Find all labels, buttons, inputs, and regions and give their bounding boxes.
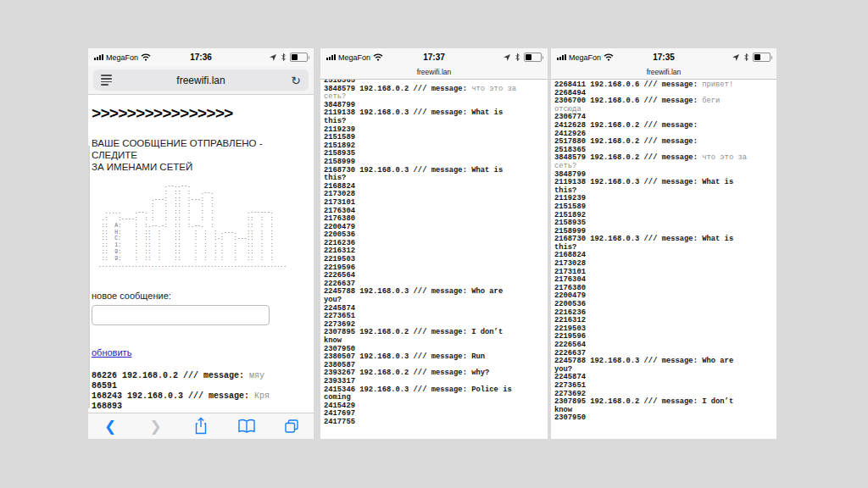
tabs-icon <box>283 418 300 435</box>
log-message-text: мяу <box>249 371 264 380</box>
log-message-text: что это за сеть? <box>554 153 751 170</box>
ascii-city-art: .--..--. : :: : .--. .---: :: :---: : : … <box>92 183 310 269</box>
status-bar: MegaFon 17:35 <box>551 48 776 66</box>
url-field[interactable]: freewifi.lan ↻ <box>93 69 309 91</box>
url-text: freewifi.lan <box>93 75 309 86</box>
sent-notice: ВАШЕ СООБЩЕНИЕ ОТПРАВЛЕНО - СЛЕДИТЕ ЗА И… <box>92 137 310 173</box>
location-arrow-icon <box>732 53 740 62</box>
refresh-page-link[interactable]: обновить <box>92 347 131 358</box>
log-entry: 86591 <box>92 381 303 391</box>
log-entry: 2307895 192.168.0.2 /// message: I don’t… <box>324 329 520 345</box>
back-button[interactable]: ❮ <box>100 416 120 436</box>
reload-icon[interactable]: ↻ <box>291 75 301 86</box>
collapsed-url-bar[interactable]: freewifi.lan <box>551 66 776 80</box>
log-message-text: Who are you? <box>324 287 507 304</box>
log-entry: 2306700 192.168.0.6 /// message: беги от… <box>554 97 751 114</box>
bookmarks-icon <box>237 419 256 434</box>
phone-screenshot-2: MegaFon 17:37 freewifi.lan 2518365384857… <box>320 48 548 439</box>
carrier-label: MegaFon <box>106 53 138 62</box>
message-input[interactable] <box>92 305 270 325</box>
screenshot-collage: MegaFon 17:36 freewi <box>0 0 868 488</box>
log-entry: 168893 <box>92 402 303 408</box>
log-message-text: I don’t know <box>324 328 507 345</box>
log-message-text: беги отсюда <box>554 97 725 114</box>
sent-notice-line2: ЗА ИМЕНАМИ СЕТЕЙ <box>92 161 310 173</box>
webpage-content: >>>>>>>>>>>>>>>> ВАШЕ СООБЩЕНИЕ ОТПРАВЛЕ… <box>88 95 314 414</box>
log-entry: 2245788 192.168.0.3 /// message: Who are… <box>324 288 520 304</box>
carrier-label: MegaFon <box>569 53 601 62</box>
log-entry: 2119138 192.168.0.3 /// message: What is… <box>324 109 520 125</box>
battery-icon <box>290 53 308 62</box>
log-message-text: What is this? <box>554 178 737 195</box>
signal-strength-icon <box>557 54 566 61</box>
safari-toolbar: ❮ ❯ <box>88 413 314 439</box>
carrier-label: MegaFon <box>338 53 370 62</box>
tabs-button[interactable] <box>281 416 302 436</box>
log-message-text: What is this? <box>554 235 737 252</box>
message-log: 25183653848579 192.168.0.2 /// message: … <box>320 80 520 427</box>
arrows-banner: >>>>>>>>>>>>>>>> <box>92 105 310 124</box>
status-bar: MegaFon 17:37 <box>320 48 548 66</box>
bluetooth-icon <box>515 53 520 62</box>
share-icon <box>192 417 209 435</box>
log-entry: 2168730 192.168.0.3 /// message: What is… <box>324 167 520 183</box>
battery-icon <box>524 53 542 62</box>
bookmarks-button[interactable] <box>236 416 257 436</box>
log-entry: 86226 192.168.0.2 /// message: мяу <box>92 371 303 381</box>
log-message-text: Police is coming <box>324 385 516 402</box>
log-message-text: Who are you? <box>554 357 737 374</box>
share-button[interactable] <box>191 416 211 436</box>
log-message-text: I don’t know <box>554 397 737 414</box>
log-entry: 2307895 192.168.0.2 /// message: I don’t… <box>554 398 751 414</box>
log-entry: 2245788 192.168.0.3 /// message: Who are… <box>554 358 751 374</box>
bluetooth-icon <box>743 53 749 62</box>
log-message-text: привет! <box>702 80 733 89</box>
log-message-text: What is this? <box>324 108 507 125</box>
log-message-text: What is this? <box>324 166 507 183</box>
location-arrow-icon <box>269 53 277 62</box>
log-entry: 3848579 192.168.0.2 /// message: что это… <box>324 86 520 102</box>
new-message-label: новое сообщение: <box>92 291 310 301</box>
log-entry: 2415346 192.168.0.3 /// message: Police … <box>324 386 520 402</box>
sent-notice-line1: ВАШЕ СООБЩЕНИЕ ОТПРАВЛЕНО - СЛЕДИТЕ <box>92 137 310 161</box>
log-message-text: Run <box>471 352 485 361</box>
message-log: 86226 192.168.0.2 /// message: мяу865911… <box>92 371 303 408</box>
message-log: 2268411 192.168.0.6 /// message: привет!… <box>551 80 751 423</box>
page-left-border <box>88 146 90 408</box>
forward-button[interactable]: ❯ <box>146 416 166 436</box>
wifi-icon <box>373 53 383 61</box>
safari-address-bar: freewifi.lan ↻ <box>88 66 314 95</box>
log-message-text: что это за сеть? <box>324 85 520 102</box>
wifi-icon <box>604 53 614 61</box>
log-entry: 2168730 192.168.0.3 /// message: What is… <box>554 236 751 252</box>
log-message-text: why? <box>471 369 489 377</box>
status-bar: MegaFon 17:36 <box>88 48 314 66</box>
phone-screenshot-1: MegaFon 17:36 freewi <box>88 48 314 439</box>
log-entry: 2417755 <box>324 419 520 427</box>
location-arrow-icon <box>503 53 511 62</box>
log-entry: 2119138 192.168.0.3 /// message: What is… <box>554 179 751 195</box>
log-message-text: Кря <box>254 391 270 401</box>
log-entry: 2307950 <box>554 414 751 423</box>
battery-icon <box>753 53 771 62</box>
phone-screenshot-3: MegaFon 17:35 freewifi.lan 2268411 192.1… <box>551 48 776 439</box>
signal-strength-icon <box>94 54 103 61</box>
collapsed-url-bar[interactable]: freewifi.lan <box>320 66 548 80</box>
signal-strength-icon <box>326 54 336 61</box>
log-entry: 3848579 192.168.0.2 /// message: что это… <box>554 154 751 170</box>
bluetooth-icon <box>281 53 287 62</box>
log-entry: 168243 192.168.0.3 /// message: Кря <box>92 391 303 402</box>
wifi-icon <box>141 53 151 61</box>
